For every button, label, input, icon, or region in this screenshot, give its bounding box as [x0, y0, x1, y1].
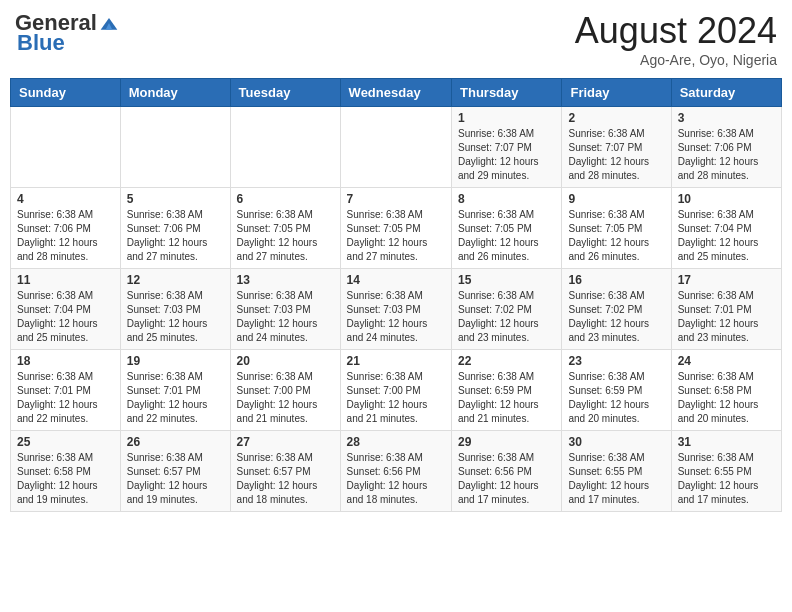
calendar-cell: 6Sunrise: 6:38 AM Sunset: 7:05 PM Daylig… — [230, 188, 340, 269]
calendar-cell: 1Sunrise: 6:38 AM Sunset: 7:07 PM Daylig… — [452, 107, 562, 188]
day-number: 24 — [678, 354, 775, 368]
calendar-cell — [120, 107, 230, 188]
calendar-cell: 16Sunrise: 6:38 AM Sunset: 7:02 PM Dayli… — [562, 269, 671, 350]
day-info: Sunrise: 6:38 AM Sunset: 6:58 PM Dayligh… — [678, 370, 775, 426]
day-info: Sunrise: 6:38 AM Sunset: 6:59 PM Dayligh… — [568, 370, 664, 426]
day-number: 17 — [678, 273, 775, 287]
month-year-title: August 2024 — [575, 10, 777, 52]
logo-blue-text: Blue — [17, 30, 65, 56]
logo-icon — [99, 13, 119, 33]
calendar-week-row-3: 11Sunrise: 6:38 AM Sunset: 7:04 PM Dayli… — [11, 269, 782, 350]
calendar-cell: 9Sunrise: 6:38 AM Sunset: 7:05 PM Daylig… — [562, 188, 671, 269]
day-number: 6 — [237, 192, 334, 206]
calendar-cell: 19Sunrise: 6:38 AM Sunset: 7:01 PM Dayli… — [120, 350, 230, 431]
day-number: 21 — [347, 354, 445, 368]
calendar-header-saturday: Saturday — [671, 79, 781, 107]
day-info: Sunrise: 6:38 AM Sunset: 7:04 PM Dayligh… — [678, 208, 775, 264]
day-info: Sunrise: 6:38 AM Sunset: 7:03 PM Dayligh… — [347, 289, 445, 345]
calendar-cell: 3Sunrise: 6:38 AM Sunset: 7:06 PM Daylig… — [671, 107, 781, 188]
day-info: Sunrise: 6:38 AM Sunset: 7:06 PM Dayligh… — [678, 127, 775, 183]
calendar-cell: 24Sunrise: 6:38 AM Sunset: 6:58 PM Dayli… — [671, 350, 781, 431]
calendar-cell: 22Sunrise: 6:38 AM Sunset: 6:59 PM Dayli… — [452, 350, 562, 431]
calendar-cell: 30Sunrise: 6:38 AM Sunset: 6:55 PM Dayli… — [562, 431, 671, 512]
day-number: 18 — [17, 354, 114, 368]
day-info: Sunrise: 6:38 AM Sunset: 7:02 PM Dayligh… — [458, 289, 555, 345]
day-number: 29 — [458, 435, 555, 449]
calendar-cell: 15Sunrise: 6:38 AM Sunset: 7:02 PM Dayli… — [452, 269, 562, 350]
calendar-cell: 7Sunrise: 6:38 AM Sunset: 7:05 PM Daylig… — [340, 188, 451, 269]
location-subtitle: Ago-Are, Oyo, Nigeria — [575, 52, 777, 68]
calendar-week-row-1: 1Sunrise: 6:38 AM Sunset: 7:07 PM Daylig… — [11, 107, 782, 188]
day-number: 2 — [568, 111, 664, 125]
day-number: 27 — [237, 435, 334, 449]
calendar-header-friday: Friday — [562, 79, 671, 107]
day-info: Sunrise: 6:38 AM Sunset: 7:02 PM Dayligh… — [568, 289, 664, 345]
day-info: Sunrise: 6:38 AM Sunset: 7:03 PM Dayligh… — [237, 289, 334, 345]
calendar-cell: 12Sunrise: 6:38 AM Sunset: 7:03 PM Dayli… — [120, 269, 230, 350]
day-number: 26 — [127, 435, 224, 449]
day-number: 7 — [347, 192, 445, 206]
logo: General Blue — [15, 10, 119, 56]
calendar-cell: 28Sunrise: 6:38 AM Sunset: 6:56 PM Dayli… — [340, 431, 451, 512]
day-info: Sunrise: 6:38 AM Sunset: 7:06 PM Dayligh… — [17, 208, 114, 264]
day-info: Sunrise: 6:38 AM Sunset: 7:07 PM Dayligh… — [568, 127, 664, 183]
day-number: 14 — [347, 273, 445, 287]
calendar-header-tuesday: Tuesday — [230, 79, 340, 107]
calendar-cell: 25Sunrise: 6:38 AM Sunset: 6:58 PM Dayli… — [11, 431, 121, 512]
day-info: Sunrise: 6:38 AM Sunset: 7:01 PM Dayligh… — [17, 370, 114, 426]
calendar-cell: 27Sunrise: 6:38 AM Sunset: 6:57 PM Dayli… — [230, 431, 340, 512]
day-number: 8 — [458, 192, 555, 206]
calendar-cell — [340, 107, 451, 188]
day-number: 20 — [237, 354, 334, 368]
day-info: Sunrise: 6:38 AM Sunset: 7:06 PM Dayligh… — [127, 208, 224, 264]
calendar-cell — [11, 107, 121, 188]
calendar-week-row-2: 4Sunrise: 6:38 AM Sunset: 7:06 PM Daylig… — [11, 188, 782, 269]
day-number: 19 — [127, 354, 224, 368]
day-info: Sunrise: 6:38 AM Sunset: 7:05 PM Dayligh… — [237, 208, 334, 264]
day-info: Sunrise: 6:38 AM Sunset: 7:00 PM Dayligh… — [347, 370, 445, 426]
calendar-week-row-5: 25Sunrise: 6:38 AM Sunset: 6:58 PM Dayli… — [11, 431, 782, 512]
day-number: 15 — [458, 273, 555, 287]
calendar-cell: 23Sunrise: 6:38 AM Sunset: 6:59 PM Dayli… — [562, 350, 671, 431]
day-info: Sunrise: 6:38 AM Sunset: 7:01 PM Dayligh… — [678, 289, 775, 345]
calendar-header-monday: Monday — [120, 79, 230, 107]
day-info: Sunrise: 6:38 AM Sunset: 6:59 PM Dayligh… — [458, 370, 555, 426]
day-info: Sunrise: 6:38 AM Sunset: 7:05 PM Dayligh… — [568, 208, 664, 264]
calendar-header-thursday: Thursday — [452, 79, 562, 107]
day-info: Sunrise: 6:38 AM Sunset: 7:01 PM Dayligh… — [127, 370, 224, 426]
day-number: 25 — [17, 435, 114, 449]
day-info: Sunrise: 6:38 AM Sunset: 6:57 PM Dayligh… — [237, 451, 334, 507]
day-info: Sunrise: 6:38 AM Sunset: 6:56 PM Dayligh… — [347, 451, 445, 507]
calendar-cell: 18Sunrise: 6:38 AM Sunset: 7:01 PM Dayli… — [11, 350, 121, 431]
page-header: General Blue August 2024 Ago-Are, Oyo, N… — [10, 10, 782, 68]
day-number: 30 — [568, 435, 664, 449]
day-info: Sunrise: 6:38 AM Sunset: 7:03 PM Dayligh… — [127, 289, 224, 345]
calendar-cell: 10Sunrise: 6:38 AM Sunset: 7:04 PM Dayli… — [671, 188, 781, 269]
day-info: Sunrise: 6:38 AM Sunset: 6:57 PM Dayligh… — [127, 451, 224, 507]
day-info: Sunrise: 6:38 AM Sunset: 6:55 PM Dayligh… — [678, 451, 775, 507]
day-info: Sunrise: 6:38 AM Sunset: 7:00 PM Dayligh… — [237, 370, 334, 426]
calendar-cell: 31Sunrise: 6:38 AM Sunset: 6:55 PM Dayli… — [671, 431, 781, 512]
calendar-cell: 5Sunrise: 6:38 AM Sunset: 7:06 PM Daylig… — [120, 188, 230, 269]
day-info: Sunrise: 6:38 AM Sunset: 7:04 PM Dayligh… — [17, 289, 114, 345]
calendar-header-sunday: Sunday — [11, 79, 121, 107]
day-number: 9 — [568, 192, 664, 206]
calendar-table: SundayMondayTuesdayWednesdayThursdayFrid… — [10, 78, 782, 512]
day-number: 4 — [17, 192, 114, 206]
day-number: 13 — [237, 273, 334, 287]
day-info: Sunrise: 6:38 AM Sunset: 6:56 PM Dayligh… — [458, 451, 555, 507]
calendar-cell: 14Sunrise: 6:38 AM Sunset: 7:03 PM Dayli… — [340, 269, 451, 350]
day-number: 5 — [127, 192, 224, 206]
calendar-cell: 13Sunrise: 6:38 AM Sunset: 7:03 PM Dayli… — [230, 269, 340, 350]
day-number: 22 — [458, 354, 555, 368]
calendar-cell — [230, 107, 340, 188]
day-info: Sunrise: 6:38 AM Sunset: 6:55 PM Dayligh… — [568, 451, 664, 507]
day-number: 23 — [568, 354, 664, 368]
calendar-cell: 11Sunrise: 6:38 AM Sunset: 7:04 PM Dayli… — [11, 269, 121, 350]
calendar-week-row-4: 18Sunrise: 6:38 AM Sunset: 7:01 PM Dayli… — [11, 350, 782, 431]
day-info: Sunrise: 6:38 AM Sunset: 7:05 PM Dayligh… — [347, 208, 445, 264]
calendar-cell: 29Sunrise: 6:38 AM Sunset: 6:56 PM Dayli… — [452, 431, 562, 512]
day-number: 12 — [127, 273, 224, 287]
day-number: 1 — [458, 111, 555, 125]
day-number: 31 — [678, 435, 775, 449]
